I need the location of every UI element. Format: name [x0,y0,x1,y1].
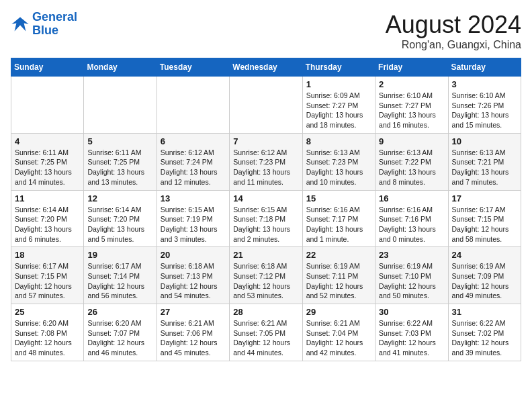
logo-blue: Blue [32,24,77,38]
day-info-text: Sunrise: 6:22 AMSunset: 7:03 PMDaylight:… [379,318,444,358]
calendar-cell: 14Sunrise: 6:15 AMSunset: 7:18 PMDayligh… [230,190,302,247]
calendar-cell: 25Sunrise: 6:20 AMSunset: 7:08 PMDayligh… [11,304,84,361]
day-info-text: Sunrise: 6:10 AMSunset: 7:26 PMDaylight:… [452,91,517,130]
day-number: 2 [379,79,444,89]
logo-text: General Blue [32,11,77,38]
logo-bird-icon [11,15,30,34]
day-number: 29 [306,307,371,317]
day-number: 7 [233,136,298,146]
day-number: 5 [87,136,152,146]
day-number: 28 [233,307,298,317]
day-number: 27 [161,307,226,317]
title-block: August 2024 Rong'an, Guangxi, China [386,11,521,51]
day-number: 22 [306,250,371,260]
day-info-text: Sunrise: 6:12 AMSunset: 7:24 PMDaylight:… [161,148,226,187]
calendar-cell [11,77,84,134]
day-number: 8 [306,136,371,146]
day-info-text: Sunrise: 6:11 AMSunset: 7:25 PMDaylight:… [87,148,152,187]
day-info-text: Sunrise: 6:16 AMSunset: 7:16 PMDaylight:… [379,205,444,244]
day-info-text: Sunrise: 6:19 AMSunset: 7:09 PMDaylight:… [452,261,517,301]
calendar-cell: 10Sunrise: 6:13 AMSunset: 7:21 PMDayligh… [448,133,521,190]
month-year-title: August 2024 [386,11,521,39]
page-header: General Blue August 2024 Rong'an, Guangx… [11,11,521,51]
weekday-header-wednesday: Wednesday [230,58,302,77]
calendar-cell: 15Sunrise: 6:16 AMSunset: 7:17 PMDayligh… [302,190,375,247]
day-info-text: Sunrise: 6:17 AMSunset: 7:14 PMDaylight:… [87,261,152,301]
calendar-week-row: 11Sunrise: 6:14 AMSunset: 7:20 PMDayligh… [11,190,521,247]
calendar-cell: 4Sunrise: 6:11 AMSunset: 7:25 PMDaylight… [11,133,84,190]
calendar-week-row: 18Sunrise: 6:17 AMSunset: 7:15 PMDayligh… [11,247,521,304]
calendar-table: SundayMondayTuesdayWednesdayThursdayFrid… [11,58,521,361]
calendar-cell: 9Sunrise: 6:13 AMSunset: 7:22 PMDaylight… [375,133,448,190]
day-info-text: Sunrise: 6:20 AMSunset: 7:07 PMDaylight:… [87,318,152,358]
day-number: 19 [87,250,152,260]
calendar-cell: 27Sunrise: 6:21 AMSunset: 7:06 PMDayligh… [157,304,229,361]
day-info-text: Sunrise: 6:15 AMSunset: 7:18 PMDaylight:… [233,205,298,244]
day-number: 4 [15,136,80,146]
calendar-cell: 13Sunrise: 6:15 AMSunset: 7:19 PMDayligh… [157,190,229,247]
calendar-week-row: 1Sunrise: 6:09 AMSunset: 7:27 PMDaylight… [11,77,521,134]
day-number: 17 [452,193,517,203]
day-info-text: Sunrise: 6:13 AMSunset: 7:22 PMDaylight:… [379,148,444,187]
svg-marker-0 [11,17,28,31]
day-number: 23 [379,250,444,260]
calendar-cell: 23Sunrise: 6:19 AMSunset: 7:10 PMDayligh… [375,247,448,304]
calendar-cell: 24Sunrise: 6:19 AMSunset: 7:09 PMDayligh… [448,247,521,304]
calendar-cell [157,77,229,134]
weekday-header-monday: Monday [84,58,157,77]
day-info-text: Sunrise: 6:16 AMSunset: 7:17 PMDaylight:… [306,205,371,244]
day-info-text: Sunrise: 6:10 AMSunset: 7:27 PMDaylight:… [379,91,444,130]
calendar-cell: 6Sunrise: 6:12 AMSunset: 7:24 PMDaylight… [157,133,229,190]
day-number: 11 [15,193,80,203]
day-info-text: Sunrise: 6:22 AMSunset: 7:02 PMDaylight:… [452,318,517,358]
day-number: 10 [452,136,517,146]
calendar-cell: 12Sunrise: 6:14 AMSunset: 7:20 PMDayligh… [84,190,157,247]
weekday-header-tuesday: Tuesday [157,58,229,77]
day-number: 20 [161,250,226,260]
day-info-text: Sunrise: 6:21 AMSunset: 7:04 PMDaylight:… [306,318,371,358]
day-number: 1 [306,79,371,89]
day-info-text: Sunrise: 6:15 AMSunset: 7:19 PMDaylight:… [161,205,226,244]
calendar-cell: 31Sunrise: 6:22 AMSunset: 7:02 PMDayligh… [448,304,521,361]
day-info-text: Sunrise: 6:19 AMSunset: 7:11 PMDaylight:… [306,261,371,301]
day-number: 6 [161,136,226,146]
weekday-header-row: SundayMondayTuesdayWednesdayThursdayFrid… [11,58,521,77]
day-number: 30 [379,307,444,317]
day-info-text: Sunrise: 6:14 AMSunset: 7:20 PMDaylight:… [15,205,80,244]
day-info-text: Sunrise: 6:13 AMSunset: 7:23 PMDaylight:… [306,148,371,187]
day-number: 14 [233,193,298,203]
calendar-cell: 28Sunrise: 6:21 AMSunset: 7:05 PMDayligh… [230,304,302,361]
day-info-text: Sunrise: 6:09 AMSunset: 7:27 PMDaylight:… [306,91,371,130]
calendar-cell: 20Sunrise: 6:18 AMSunset: 7:13 PMDayligh… [157,247,229,304]
calendar-cell: 21Sunrise: 6:18 AMSunset: 7:12 PMDayligh… [230,247,302,304]
calendar-cell: 30Sunrise: 6:22 AMSunset: 7:03 PMDayligh… [375,304,448,361]
day-info-text: Sunrise: 6:12 AMSunset: 7:23 PMDaylight:… [233,148,298,187]
calendar-cell: 1Sunrise: 6:09 AMSunset: 7:27 PMDaylight… [302,77,375,134]
day-info-text: Sunrise: 6:13 AMSunset: 7:21 PMDaylight:… [452,148,517,187]
day-info-text: Sunrise: 6:19 AMSunset: 7:10 PMDaylight:… [379,261,444,301]
calendar-cell: 26Sunrise: 6:20 AMSunset: 7:07 PMDayligh… [84,304,157,361]
location-subtitle: Rong'an, Guangxi, China [386,39,521,51]
calendar-cell: 18Sunrise: 6:17 AMSunset: 7:15 PMDayligh… [11,247,84,304]
day-number: 26 [87,307,152,317]
day-info-text: Sunrise: 6:18 AMSunset: 7:12 PMDaylight:… [233,261,298,301]
calendar-cell: 29Sunrise: 6:21 AMSunset: 7:04 PMDayligh… [302,304,375,361]
calendar-cell: 2Sunrise: 6:10 AMSunset: 7:27 PMDaylight… [375,77,448,134]
calendar-cell: 17Sunrise: 6:17 AMSunset: 7:15 PMDayligh… [448,190,521,247]
weekday-header-friday: Friday [375,58,448,77]
day-info-text: Sunrise: 6:17 AMSunset: 7:15 PMDaylight:… [15,261,80,301]
day-info-text: Sunrise: 6:21 AMSunset: 7:06 PMDaylight:… [161,318,226,358]
calendar-cell: 16Sunrise: 6:16 AMSunset: 7:16 PMDayligh… [375,190,448,247]
calendar-cell: 5Sunrise: 6:11 AMSunset: 7:25 PMDaylight… [84,133,157,190]
calendar-cell: 11Sunrise: 6:14 AMSunset: 7:20 PMDayligh… [11,190,84,247]
day-number: 13 [161,193,226,203]
day-number: 9 [379,136,444,146]
calendar-cell: 7Sunrise: 6:12 AMSunset: 7:23 PMDaylight… [230,133,302,190]
day-info-text: Sunrise: 6:17 AMSunset: 7:15 PMDaylight:… [452,205,517,244]
logo: General Blue [11,11,77,38]
day-number: 24 [452,250,517,260]
calendar-cell [230,77,302,134]
day-info-text: Sunrise: 6:18 AMSunset: 7:13 PMDaylight:… [161,261,226,301]
calendar-cell: 19Sunrise: 6:17 AMSunset: 7:14 PMDayligh… [84,247,157,304]
calendar-week-row: 4Sunrise: 6:11 AMSunset: 7:25 PMDaylight… [11,133,521,190]
